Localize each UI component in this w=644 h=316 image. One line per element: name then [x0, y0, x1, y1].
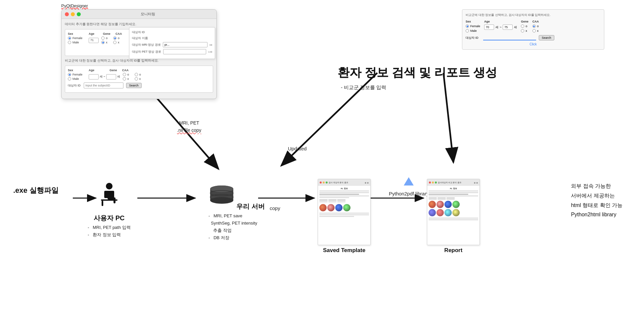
- maximize-button[interactable]: [77, 12, 81, 16]
- compare-gene-o-radio[interactable]: o: [123, 73, 132, 76]
- report-line-1: [429, 190, 478, 191]
- right-caa-x-radio[interactable]: x: [532, 29, 539, 32]
- compare-caa-o-circle[interactable]: [135, 73, 138, 76]
- report-line-4: [429, 195, 478, 196]
- report-brain-4: [452, 201, 460, 208]
- age-to-input[interactable]: [106, 74, 116, 79]
- big-title-sub: - 비교군 정보를 입력: [341, 84, 387, 91]
- sex-label: Sex: [466, 20, 480, 23]
- compare-caa-x-circle[interactable]: [135, 77, 138, 80]
- report-brain-3: [444, 201, 452, 208]
- report-dot-yellow: [432, 182, 434, 184]
- right-gene-o-radio[interactable]: o: [521, 25, 529, 28]
- compare-sex-group: Female Male: [68, 73, 86, 80]
- right-female-circle[interactable]: [466, 25, 469, 28]
- right-id-input[interactable]: [483, 35, 536, 40]
- brain-img-2: [327, 204, 335, 211]
- gene-x-radio[interactable]: x: [101, 41, 111, 44]
- doc-header-2: 검사대상자 비교 분석 결과 ⊕ ⊕: [427, 179, 480, 186]
- age-range-row: 세 ~ 세: [484, 25, 517, 30]
- compare-caa-o-radio[interactable]: o: [135, 73, 144, 76]
- close-button[interactable]: [65, 12, 69, 16]
- caa-o-radio[interactable]: o: [113, 36, 122, 40]
- compare-row: Female Male 세 ~ 세 o: [68, 73, 210, 80]
- search-panel: 비교군에 대한 정보를 선택하고, 검사 대상자의 ID를 입력하세요. Sex…: [462, 9, 604, 50]
- right-search-button[interactable]: Search: [539, 35, 554, 40]
- user-pc-area: 사용자 PC - MRI, PET path 입력 - 환자 정보 입력: [88, 182, 131, 238]
- minimize-button[interactable]: [71, 12, 75, 16]
- right-gene-o-circle[interactable]: [521, 25, 524, 28]
- brain-img-1: [319, 204, 327, 211]
- female-radio-circle[interactable]: [68, 36, 71, 40]
- gene-o-circle[interactable]: [101, 36, 105, 40]
- compare-female-radio[interactable]: Female: [68, 73, 86, 76]
- report-section-label: AL 정보: [429, 187, 478, 190]
- pet-nii-suffix: i.nii: [208, 50, 212, 53]
- gene-x-circle[interactable]: [101, 41, 105, 44]
- right-gene-x-radio[interactable]: x: [521, 29, 529, 32]
- female-radio[interactable]: Female: [68, 36, 86, 40]
- overlay-id-label: 대상자 ID: [132, 30, 152, 34]
- compare-female-circle[interactable]: [68, 73, 71, 76]
- doc-line-4: [319, 195, 369, 196]
- brain-img-3: [335, 204, 343, 211]
- compare-gene-o-circle[interactable]: [123, 73, 126, 76]
- compare-male-circle[interactable]: [68, 77, 71, 80]
- age-to-field[interactable]: [503, 25, 513, 30]
- age-input[interactable]: 71: [89, 38, 99, 43]
- right-male-circle[interactable]: [466, 29, 469, 32]
- report-dot-green: [435, 182, 437, 184]
- doc-icons: ⊕ ⊕: [365, 182, 369, 184]
- click-link[interactable]: Click: [466, 42, 601, 46]
- report-brain-1: [429, 201, 436, 208]
- gene-o-radio[interactable]: o: [101, 36, 111, 40]
- report-doc-preview: 검사대상자 비교 분석 결과 ⊕ ⊕ AL 정보: [427, 179, 480, 245]
- caa-x-circle[interactable]: [113, 41, 116, 44]
- male-radio[interactable]: Male: [68, 41, 86, 44]
- doc-title-1: 검사 대상자 분석 결과: [329, 181, 348, 184]
- compare-col-headers: Sex Age Gene CAA: [68, 69, 210, 72]
- age-from-input[interactable]: [89, 74, 99, 79]
- subject-id-input[interactable]: [84, 82, 123, 88]
- sex-radio-group: Female Male: [68, 36, 86, 44]
- compare-gene-x-radio[interactable]: x: [123, 77, 132, 80]
- report-line-2: [429, 192, 478, 193]
- svg-rect-14: [102, 201, 103, 206]
- report-content: AL 정보: [427, 186, 480, 222]
- right-female-radio[interactable]: Female: [466, 25, 480, 28]
- mri-path-input[interactable]: [163, 42, 207, 47]
- compare-male-radio[interactable]: Male: [68, 77, 86, 80]
- doc-content-1: AL 정보: [318, 186, 370, 219]
- caa-x-radio[interactable]: x: [113, 41, 122, 44]
- brain-images-row-1: [319, 204, 369, 211]
- search-row: 대상자 ID Search: [466, 35, 601, 40]
- search-button[interactable]: Search: [126, 83, 142, 88]
- right-caa-o-circle[interactable]: [532, 25, 536, 28]
- python2pdf-label: Python2pdf library: [389, 176, 429, 196]
- pet-path-input[interactable]: [163, 49, 206, 54]
- caa-header: CAA: [115, 32, 125, 35]
- right-caa-o-radio[interactable]: o: [532, 25, 539, 28]
- mri-path-label: 대상자 MRI 영상 경로: [132, 43, 161, 47]
- age-tilde: ~: [500, 26, 501, 29]
- right-caa-x-circle[interactable]: [532, 29, 536, 32]
- male-radio-circle[interactable]: [68, 41, 71, 44]
- right-id-label: 대상자 ID: [466, 36, 481, 40]
- age-from-field[interactable]: [484, 25, 494, 30]
- doc-line-3: [319, 194, 359, 195]
- big-title: 환자 정보 검색 및 리포트 생성: [338, 65, 497, 81]
- updated-label: Updated: [288, 146, 307, 151]
- report-line-6: [429, 219, 478, 220]
- caa-o-circle[interactable]: [113, 36, 116, 40]
- doc-line-2: [319, 192, 369, 193]
- right-gene-x-circle[interactable]: [521, 29, 524, 32]
- report-dot-red: [429, 182, 431, 184]
- age-from-unit: 세: [495, 25, 498, 29]
- copy-label: copy: [270, 205, 280, 211]
- compare-gene-x-circle[interactable]: [123, 77, 126, 80]
- right-male-radio[interactable]: Male: [466, 29, 480, 32]
- mri-pet-copy-label: MRI, PET .nii file copy: [177, 119, 201, 134]
- compare-caa-x-radio[interactable]: x: [135, 77, 144, 80]
- user-icon: [88, 182, 131, 212]
- template-doc-preview: 검사 대상자 분석 결과 ⊕ ⊕ AL 정보: [318, 179, 371, 245]
